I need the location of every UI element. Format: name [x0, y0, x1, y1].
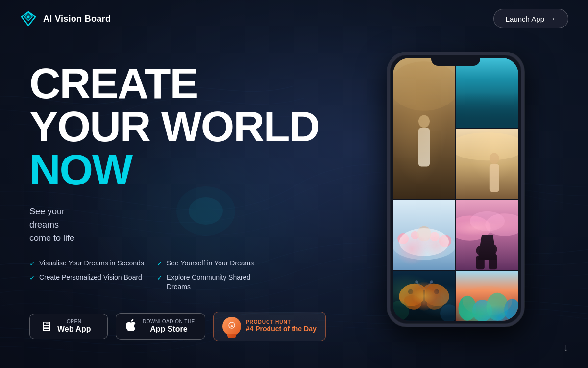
phone-mockup [387, 52, 524, 327]
svg-rect-43 [423, 290, 425, 305]
tagline-line1: See your [29, 205, 353, 218]
svg-point-30 [470, 211, 505, 231]
svg-point-53 [486, 293, 508, 321]
check-icon-4: ✓ [157, 273, 163, 283]
svg-point-51 [459, 296, 477, 321]
svg-point-42 [434, 289, 439, 294]
svg-rect-27 [456, 200, 518, 270]
svg-point-49 [440, 304, 455, 321]
svg-point-18 [490, 153, 499, 164]
launch-btn-label: Launch App [506, 15, 544, 23]
app-store-button[interactable]: Download on the App Store [116, 313, 205, 340]
svg-point-22 [397, 233, 409, 244]
feature-item-1: ✓ Visualise Your Dreams in Seconds [29, 259, 147, 269]
heading-line2: YOUR WORLD [29, 105, 353, 148]
logo-icon [20, 10, 37, 27]
hero-content: CREATE YOUR WORLD NOW See your dreams co… [29, 52, 353, 341]
phone-mockup-container [353, 52, 559, 327]
hero-heading: CREATE YOUR WORLD [29, 62, 353, 148]
scroll-indicator: ↓ [564, 342, 568, 353]
phone-image-butterfly [393, 271, 455, 321]
svg-point-38 [418, 280, 452, 310]
monitor-icon: 🖥 [40, 320, 52, 333]
svg-point-26 [417, 226, 431, 241]
svg-point-54 [504, 299, 518, 321]
features-list: ✓ Visualise Your Dreams in Seconds ✓ See… [29, 259, 274, 292]
app-store-label-large: App Store [143, 324, 195, 334]
phone-screen [393, 58, 518, 321]
svg-point-8 [418, 115, 430, 128]
svg-point-48 [393, 301, 409, 321]
app-store-text: Download on the App Store [143, 319, 195, 334]
apple-icon [126, 318, 138, 334]
heading-line1: CREATE [29, 62, 353, 105]
svg-point-41 [408, 289, 413, 294]
feature-text-2: See Yourself in Your Dreams [167, 259, 254, 268]
svg-point-28 [456, 215, 491, 240]
tagline-line2: dreams [29, 218, 353, 232]
check-icon-3: ✓ [29, 273, 35, 283]
svg-point-14 [501, 83, 508, 91]
logo: AI Vision Board [20, 10, 111, 27]
feature-text-1: Visualise Your Dreams in Seconds [39, 259, 144, 268]
svg-text:4: 4 [231, 324, 233, 328]
svg-rect-6 [393, 58, 455, 199]
svg-point-46 [415, 281, 418, 284]
tagline-line3: come to life [29, 232, 353, 245]
svg-rect-10 [456, 58, 518, 128]
svg-point-12 [487, 84, 495, 94]
svg-rect-19 [490, 164, 499, 192]
phone-image-bath [393, 200, 455, 270]
hero-section: CREATE YOUR WORLD NOW See your dreams co… [0, 37, 588, 368]
svg-point-21 [393, 232, 455, 260]
svg-rect-20 [393, 200, 455, 270]
svg-point-40 [425, 293, 446, 312]
svg-point-31 [476, 245, 485, 255]
svg-rect-36 [393, 271, 455, 321]
product-hunt-medal: 4 [222, 317, 241, 336]
svg-point-33 [489, 244, 497, 254]
svg-point-29 [485, 213, 518, 236]
svg-point-25 [439, 234, 451, 247]
launch-app-button[interactable]: Launch App → [493, 9, 568, 28]
product-hunt-label: PRODUCT HUNT [246, 319, 317, 325]
feature-text-3: Create Personalized Vision Board [39, 273, 142, 283]
web-app-label-large: Web App [57, 324, 91, 334]
phone-image-trees [456, 271, 518, 321]
phone-image-couple [456, 200, 518, 270]
svg-rect-13 [487, 94, 495, 114]
svg-rect-11 [456, 104, 518, 128]
feature-item-2: ✓ See Yourself in Your Dreams [157, 259, 274, 269]
svg-point-24 [430, 232, 440, 241]
svg-rect-34 [489, 254, 497, 269]
svg-point-52 [472, 300, 492, 321]
cta-buttons: 🖥 OPEN Web App Download on the App Store [29, 312, 353, 341]
svg-point-55 [463, 286, 513, 316]
svg-point-47 [430, 281, 433, 284]
app-store-label-small: Download on the [143, 319, 195, 324]
feature-item-3: ✓ Create Personalized Vision Board [29, 273, 147, 292]
web-app-text: OPEN Web App [57, 319, 91, 334]
navbar: AI Vision Board Launch App → [0, 0, 588, 37]
product-hunt-rank: #4 Product of the Day [246, 325, 317, 333]
arrow-right-icon: → [548, 14, 556, 23]
feature-item-4: ✓ Explore Community Shared Dreams [157, 273, 274, 292]
phone-image-beach [456, 58, 518, 128]
phone-image-forest [393, 58, 455, 199]
phone-image-cliff [456, 129, 518, 199]
feature-text-4: Explore Community Shared Dreams [167, 273, 274, 292]
arrow-down-icon: ↓ [564, 342, 568, 353]
product-hunt-badge[interactable]: 4 PRODUCT HUNT #4 Product of the Day [213, 312, 326, 341]
check-icon-2: ✓ [157, 259, 163, 269]
svg-point-17 [456, 132, 518, 160]
product-hunt-text: PRODUCT HUNT #4 Product of the Day [246, 319, 317, 333]
svg-rect-32 [476, 255, 485, 269]
phone-frame [387, 52, 524, 327]
svg-line-45 [424, 282, 432, 290]
hero-tagline: See your dreams come to life [29, 205, 353, 245]
phone-notch [431, 55, 480, 66]
heading-accent: NOW [29, 148, 353, 191]
svg-rect-16 [456, 129, 518, 199]
web-app-button[interactable]: 🖥 OPEN Web App [29, 314, 108, 339]
svg-point-3 [27, 16, 30, 18]
